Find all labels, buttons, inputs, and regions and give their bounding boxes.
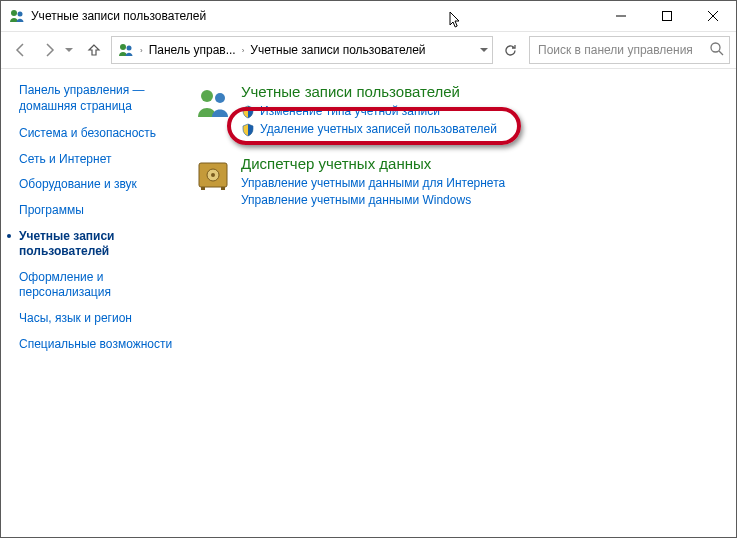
back-button[interactable] (7, 36, 35, 64)
section-user-accounts: Учетные записи пользователей Изменение т… (195, 83, 726, 137)
sidebar-item-clock-language[interactable]: Часы, язык и регион (19, 311, 191, 327)
breadcrumb-item[interactable]: Панель управ... (145, 43, 240, 57)
shield-icon (241, 123, 255, 137)
sidebar-item-network[interactable]: Сеть и Интернет (19, 152, 191, 168)
address-bar[interactable]: › Панель управ... › Учетные записи польз… (111, 36, 493, 64)
svg-point-6 (120, 44, 126, 50)
minimize-button[interactable] (598, 1, 644, 30)
task-change-account-type[interactable]: Изменение типа учетной записи (241, 104, 726, 119)
sidebar-item-user-accounts[interactable]: Учетные записи пользователей (19, 229, 191, 260)
search-input[interactable] (530, 43, 729, 57)
svg-point-7 (127, 46, 132, 51)
sidebar-item-hardware[interactable]: Оборудование и звук (19, 177, 191, 193)
svg-rect-16 (221, 187, 225, 190)
sidebar-item-system[interactable]: Система и безопасность (19, 126, 191, 142)
maximize-button[interactable] (644, 1, 690, 30)
users-icon (118, 42, 134, 58)
svg-point-11 (215, 93, 225, 103)
shield-icon (241, 105, 255, 119)
body: Панель управления — домашняя страница Си… (1, 69, 736, 537)
sidebar-item-appearance[interactable]: Оформление и персонализация (19, 270, 191, 301)
up-button[interactable] (81, 37, 107, 63)
forward-button[interactable] (35, 36, 63, 64)
svg-rect-3 (663, 11, 672, 20)
window-buttons (598, 1, 736, 30)
task-link[interactable]: Изменение типа учетной записи (260, 104, 440, 118)
control-panel-window: Учетные записи пользователей (0, 0, 737, 538)
history-dropdown[interactable] (61, 48, 77, 53)
svg-point-1 (18, 12, 23, 17)
svg-point-14 (211, 173, 215, 177)
sidebar: Панель управления — домашняя страница Си… (1, 69, 191, 537)
sidebar-item-ease-of-access[interactable]: Специальные возможности (19, 337, 191, 353)
search-icon[interactable] (709, 41, 725, 60)
users-icon (9, 8, 25, 24)
task-manage-web-credentials[interactable]: Управление учетными данными для Интернет… (241, 176, 726, 190)
refresh-button[interactable] (497, 37, 523, 63)
chevron-right-icon[interactable]: › (240, 46, 247, 55)
control-panel-home-link[interactable]: Панель управления — домашняя страница (19, 83, 191, 114)
section-title[interactable]: Диспетчер учетных данных (241, 155, 726, 172)
chevron-right-icon[interactable]: › (138, 46, 145, 55)
window-title: Учетные записи пользователей (31, 9, 206, 23)
content-area: Учетные записи пользователей Изменение т… (191, 69, 736, 537)
search-box[interactable] (529, 36, 730, 64)
task-link[interactable]: Управление учетными данными Windows (241, 193, 471, 207)
breadcrumb-item[interactable]: Учетные записи пользователей (246, 43, 429, 57)
safe-icon (195, 157, 231, 193)
sidebar-item-programs[interactable]: Программы (19, 203, 191, 219)
svg-point-10 (201, 90, 213, 102)
cursor-icon (449, 11, 463, 32)
svg-line-9 (719, 51, 723, 55)
svg-point-0 (11, 10, 17, 16)
task-link[interactable]: Удаление учетных записей пользователей (260, 122, 497, 136)
titlebar: Учетные записи пользователей (1, 1, 736, 31)
svg-point-8 (711, 43, 720, 52)
chevron-down-icon[interactable] (480, 45, 488, 55)
svg-rect-15 (201, 187, 205, 190)
section-credential-manager: Диспетчер учетных данных Управление учет… (195, 155, 726, 207)
task-link[interactable]: Управление учетными данными для Интернет… (241, 176, 505, 190)
navbar: › Панель управ... › Учетные записи польз… (1, 31, 736, 69)
section-title[interactable]: Учетные записи пользователей (241, 83, 726, 100)
task-manage-windows-credentials[interactable]: Управление учетными данными Windows (241, 193, 726, 207)
users-large-icon (195, 85, 231, 121)
task-delete-user-accounts[interactable]: Удаление учетных записей пользователей (241, 122, 726, 137)
close-button[interactable] (690, 1, 736, 30)
